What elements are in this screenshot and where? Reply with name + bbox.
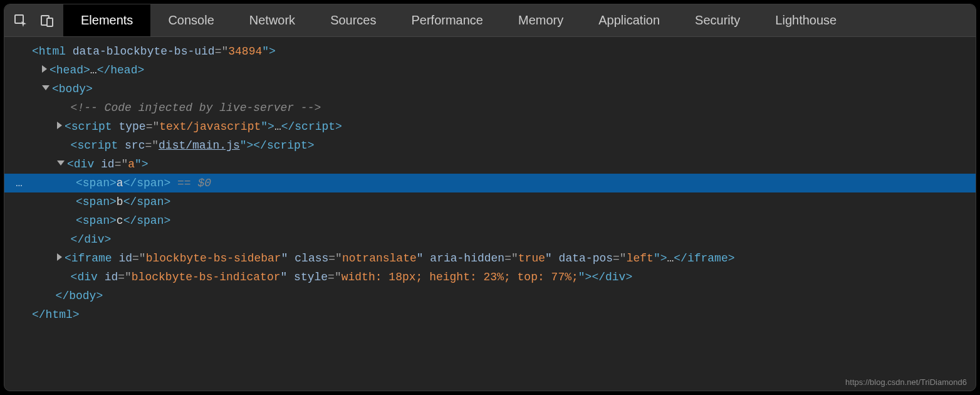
devtools-panel: Elements Console Network Sources Perform…: [4, 4, 976, 391]
tab-elements[interactable]: Elements: [63, 4, 150, 36]
expand-arrow-icon[interactable]: [42, 65, 47, 73]
device-toggle-icon[interactable]: [39, 13, 55, 28]
inspect-element-icon[interactable]: [13, 13, 28, 28]
dom-node-div-a-close[interactable]: </div>: [4, 230, 976, 249]
tab-sources[interactable]: Sources: [313, 4, 394, 36]
svg-rect-2: [47, 18, 53, 26]
dom-node-iframe[interactable]: <iframe id="blockbyte-bs-sidebar" class=…: [4, 249, 976, 268]
collapse-arrow-icon[interactable]: [42, 85, 50, 90]
tab-network[interactable]: Network: [232, 4, 313, 36]
dom-tree[interactable]: <html data-blockbyte-bs-uid="34894"> <he…: [4, 37, 976, 391]
watermark-text: https://blog.csdn.net/TriDiamond6: [845, 377, 967, 387]
dom-node-head[interactable]: <head>…</head>: [4, 61, 976, 80]
expand-arrow-icon[interactable]: [57, 122, 62, 129]
dom-node-span-c[interactable]: <span>c</span>: [4, 211, 976, 230]
devtools-tabs: Elements Console Network Sources Perform…: [63, 4, 854, 36]
dom-node-html-close[interactable]: </html>: [4, 305, 976, 324]
tab-lighthouse[interactable]: Lighthouse: [758, 4, 854, 36]
dom-node-body-close[interactable]: </body>: [4, 287, 976, 305]
tab-security[interactable]: Security: [677, 4, 758, 36]
tab-console[interactable]: Console: [150, 4, 231, 36]
collapse-arrow-icon[interactable]: [57, 161, 65, 166]
devtools-toolbar: Elements Console Network Sources Perform…: [4, 4, 976, 37]
ellipsis-icon[interactable]: …: [16, 174, 24, 192]
dom-node-html[interactable]: <html data-blockbyte-bs-uid="34894">: [4, 42, 976, 61]
dom-node-span-b[interactable]: <span>b</span>: [4, 192, 976, 211]
tab-performance[interactable]: Performance: [394, 4, 501, 36]
dom-node-div-a-open[interactable]: <div id="a">: [4, 155, 976, 174]
tab-application[interactable]: Application: [581, 4, 677, 36]
dom-node-script-inline[interactable]: <script type="text/javascript">…</script…: [4, 117, 976, 136]
dom-node-div-indicator[interactable]: <div id="blockbyte-bs-indicator" style="…: [4, 268, 976, 287]
dom-node-comment[interactable]: <!-- Code injected by live-server -->: [4, 98, 976, 117]
expand-arrow-icon[interactable]: [57, 253, 62, 261]
dom-node-script-src[interactable]: <script src="dist/main.js"></script>: [4, 136, 976, 155]
dom-node-span-a-selected[interactable]: …<span>a</span> == $0: [4, 174, 976, 192]
dom-node-body-open[interactable]: <body>: [4, 80, 976, 98]
toolbar-icons: [4, 4, 63, 36]
tab-memory[interactable]: Memory: [501, 4, 581, 36]
